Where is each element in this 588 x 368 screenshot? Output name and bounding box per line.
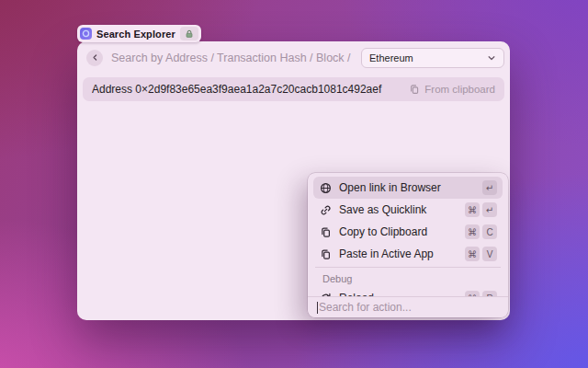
clipboard-icon xyxy=(319,248,332,260)
result-accessory: From clipboard xyxy=(409,84,495,95)
keycap: ↵ xyxy=(482,202,497,217)
link-icon xyxy=(319,204,332,216)
menu-item-open-link-in-browser[interactable]: Open link in Browser ↵ xyxy=(313,177,503,199)
menu-item-label: Paste in Active App xyxy=(339,247,458,260)
keycap: ⌘ xyxy=(465,224,480,239)
extension-badge-label: Search Explorer xyxy=(96,29,175,40)
shortcut-keys: ↵ xyxy=(482,180,497,195)
clipboard-icon xyxy=(409,84,420,95)
shortcut-keys: ⌘ V xyxy=(465,247,497,261)
result-title: Address 0×2d9f83e65ea3f9aea1a2a7c20cacb1… xyxy=(92,83,401,96)
shortcut-keys: ⌘ C xyxy=(465,224,497,239)
menu-item-paste-in-active-app[interactable]: Paste in Active App ⌘ V xyxy=(313,243,503,265)
chain-dropdown-value: Ethereum xyxy=(369,52,481,63)
result-accessory-label: From clipboard xyxy=(424,84,495,95)
keycap: V xyxy=(482,247,497,261)
action-search-input[interactable] xyxy=(319,301,499,314)
keycap: ⌘ xyxy=(465,202,480,217)
shortcut-keys: ⌘ ↵ xyxy=(465,202,497,217)
chain-dropdown[interactable]: Ethereum xyxy=(361,48,504,68)
extension-icon xyxy=(80,28,92,40)
keycap: ⌘ xyxy=(465,247,480,261)
menu-item-label: Open link in Browser xyxy=(339,181,475,194)
lock-icon xyxy=(185,29,194,39)
chevron-down-icon xyxy=(487,53,496,63)
keycap: ↵ xyxy=(482,180,497,195)
menu-item-label: Save as Quicklink xyxy=(339,203,458,216)
result-row-address[interactable]: Address 0×2d9f83e65ea3f9aea1a2a7c20cacb1… xyxy=(83,77,504,101)
menu-divider xyxy=(315,267,501,268)
back-button[interactable] xyxy=(86,50,103,66)
keycap: C xyxy=(482,224,497,239)
action-panel-items: Open link in Browser ↵ Save as Quicklink… xyxy=(308,173,508,309)
clipboard-icon xyxy=(319,226,332,238)
menu-item-save-as-quicklink[interactable]: Save as Quicklink ⌘ ↵ xyxy=(313,199,503,221)
action-search-bar xyxy=(308,296,508,317)
globe-icon xyxy=(319,182,332,194)
menu-item-copy-to-clipboard[interactable]: Copy to Clipboard ⌘ C xyxy=(313,221,503,243)
chevron-left-icon xyxy=(91,53,99,62)
menu-item-label: Copy to Clipboard xyxy=(339,225,458,238)
action-panel: Open link in Browser ↵ Save as Quicklink… xyxy=(308,173,508,317)
extension-badge[interactable]: Search Explorer xyxy=(77,25,201,42)
search-input[interactable] xyxy=(111,52,353,64)
text-caret xyxy=(317,302,318,314)
menu-section-debug: Debug xyxy=(313,270,503,287)
search-bar: Ethereum xyxy=(77,41,510,74)
lock-pill[interactable] xyxy=(180,27,198,40)
